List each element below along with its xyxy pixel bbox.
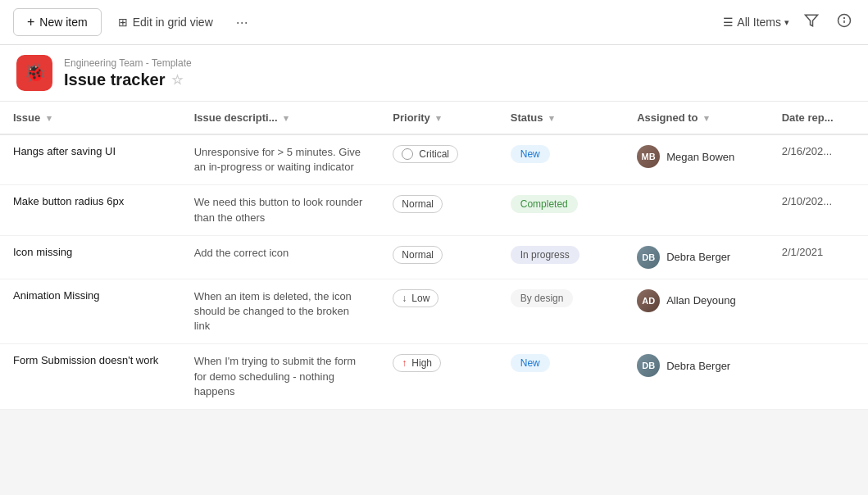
column-header-date[interactable]: Date rep...: [769, 102, 868, 135]
priority-cell: Normal: [379, 185, 497, 235]
issue-sort-icon: ▾: [47, 113, 52, 123]
list-icon: ☰: [723, 16, 734, 29]
status-cell: Completed: [498, 185, 624, 235]
description-cell: Add the correct icon: [181, 235, 380, 279]
issue-name: Hangs after saving UI: [13, 145, 116, 157]
status-col-label: Status: [511, 111, 543, 124]
issue-name: Form Submission doesn't work: [13, 354, 158, 366]
status-badge: New: [511, 354, 550, 372]
desc-sort-icon: ▾: [284, 113, 289, 123]
issue-description: We need this button to look rounder than…: [194, 196, 363, 223]
priority-badge: Critical: [393, 145, 458, 163]
description-cell: When I'm trying to submit the form for d…: [181, 344, 380, 410]
app-icon: 🐞: [16, 55, 52, 91]
avatar: DB: [637, 246, 660, 269]
assignee: AD Allan Deyoung: [637, 289, 756, 312]
svg-marker-0: [806, 15, 818, 26]
date-cell: 2/1/2021: [769, 235, 868, 279]
chevron-down-icon: ▾: [784, 17, 789, 28]
desc-col-label: Issue descripti...: [194, 111, 278, 124]
table-row[interactable]: Form Submission doesn't workWhen I'm try…: [0, 344, 868, 410]
grid-view-button[interactable]: ⊞ Edit in grid view: [111, 10, 220, 34]
star-icon[interactable]: ☆: [171, 72, 183, 88]
avatar: DB: [637, 354, 660, 377]
column-header-issue[interactable]: Issue ▾: [0, 102, 181, 135]
assignee-name: Debra Berger: [666, 360, 730, 372]
issue-description: When I'm trying to submit the form for d…: [194, 355, 357, 397]
column-header-assigned[interactable]: Assigned to ▾: [624, 102, 769, 135]
filter-button[interactable]: [801, 10, 822, 34]
date-cell: 2/16/202...: [769, 134, 868, 185]
status-cell: New: [498, 344, 624, 410]
table-row[interactable]: Animation MissingWhen an item is deleted…: [0, 279, 868, 344]
issue-cell: Animation Missing: [0, 279, 181, 344]
issue-description: Add the correct icon: [194, 247, 289, 259]
grid-view-label: Edit in grid view: [133, 16, 213, 29]
table-row[interactable]: Make button radius 6pxWe need this butto…: [0, 185, 868, 235]
top-toolbar: + New item ⊞ Edit in grid view ··· ☰ All…: [0, 0, 868, 45]
issue-cell: Icon missing: [0, 235, 181, 279]
table-row[interactable]: Hangs after saving UIUnresponsive for > …: [0, 134, 868, 185]
description-cell: We need this button to look rounder than…: [181, 185, 380, 235]
status-badge: In progress: [511, 246, 579, 264]
bug-icon: 🐞: [24, 62, 46, 84]
issue-cell: Hangs after saving UI: [0, 134, 181, 185]
info-button[interactable]: [834, 10, 855, 34]
grid-icon: ⊞: [118, 16, 128, 29]
issue-cell: Form Submission doesn't work: [0, 344, 181, 410]
description-cell: When an item is deleted, the icon should…: [181, 279, 380, 344]
priority-cell: Normal: [379, 235, 497, 279]
issue-cell: Make button radius 6px: [0, 185, 181, 235]
priority-badge: Normal: [393, 195, 443, 213]
assignee: DB Debra Berger: [637, 354, 756, 377]
assignee-name: Megan Bowen: [666, 151, 734, 163]
avatar: MB: [637, 145, 660, 168]
priority-badge: ↓Low: [393, 289, 439, 307]
assignee: DB Debra Berger: [637, 246, 756, 269]
column-header-priority[interactable]: Priority ▾: [379, 102, 497, 135]
app-title-row: Issue tracker ☆: [64, 70, 192, 89]
issue-name: Animation Missing: [13, 289, 100, 302]
plus-icon: +: [27, 15, 34, 30]
description-cell: Unresponsive for > 5 minutes. Give an in…: [181, 134, 380, 185]
priority-cell: ↓Low: [379, 279, 497, 344]
assigned-col-label: Assigned to: [637, 111, 698, 124]
app-subtitle: Engineering Team - Template: [64, 57, 192, 69]
ellipsis-icon: ···: [236, 14, 248, 30]
info-icon: [837, 16, 852, 30]
more-options-button[interactable]: ···: [229, 11, 255, 34]
assignee: MB Megan Bowen: [637, 145, 756, 168]
assignee-name: Debra Berger: [666, 251, 730, 263]
app-header-text: Engineering Team - Template Issue tracke…: [64, 57, 192, 89]
date-value: 2/16/202...: [782, 145, 832, 157]
status-cell: By design: [498, 279, 624, 344]
priority-badge: Normal: [393, 246, 443, 264]
assigned-cell: MB Megan Bowen: [624, 134, 769, 185]
column-header-status[interactable]: Status ▾: [498, 102, 624, 135]
assigned-sort-icon: ▾: [704, 113, 709, 123]
issue-name: Icon missing: [13, 246, 72, 258]
priority-badge: ↑High: [393, 354, 441, 372]
column-header-description[interactable]: Issue descripti... ▾: [181, 102, 380, 135]
status-badge: Completed: [511, 195, 578, 213]
assigned-cell: [624, 185, 769, 235]
app-title: Issue tracker: [64, 70, 165, 89]
toolbar-right: ☰ All Items ▾: [723, 10, 855, 34]
table-row[interactable]: Icon missingAdd the correct iconNormalIn…: [0, 235, 868, 279]
date-value: 2/10/202...: [782, 195, 832, 207]
priority-col-label: Priority: [393, 111, 430, 124]
issues-table: Issue ▾ Issue descripti... ▾ Priority ▾ …: [0, 101, 868, 410]
status-badge: By design: [511, 289, 574, 307]
new-item-label: New item: [39, 16, 87, 29]
priority-cell: Critical: [379, 134, 497, 185]
all-items-button[interactable]: ☰ All Items ▾: [723, 16, 789, 29]
assigned-cell: DB Debra Berger: [624, 344, 769, 410]
status-sort-icon: ▾: [549, 113, 554, 123]
date-cell: [769, 344, 868, 410]
avatar: AD: [637, 289, 660, 312]
table-header-row: Issue ▾ Issue descripti... ▾ Priority ▾ …: [0, 102, 868, 135]
date-col-label: Date rep...: [782, 111, 834, 124]
filter-icon: [804, 16, 819, 30]
new-item-button[interactable]: + New item: [13, 8, 102, 36]
priority-cell: ↑High: [379, 344, 497, 410]
